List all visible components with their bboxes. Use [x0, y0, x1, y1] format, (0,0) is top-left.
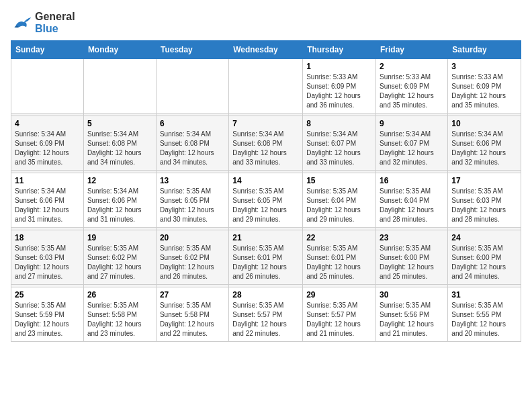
day-detail: Sunrise: 5:34 AM Sunset: 6:06 PM Dayligh…: [451, 130, 517, 167]
calendar-cell: 1Sunrise: 5:33 AM Sunset: 6:09 PM Daylig…: [303, 59, 376, 113]
day-detail: Sunrise: 5:35 AM Sunset: 5:55 PM Dayligh…: [451, 301, 517, 338]
day-detail: Sunrise: 5:35 AM Sunset: 5:56 PM Dayligh…: [380, 301, 444, 338]
calendar-cell: 28Sunrise: 5:35 AM Sunset: 5:57 PM Dayli…: [229, 287, 303, 342]
logo: General Blue: [11, 11, 75, 35]
day-number: 22: [306, 233, 372, 242]
day-number: 5: [87, 119, 152, 128]
calendar-cell: 14Sunrise: 5:35 AM Sunset: 6:05 PM Dayli…: [229, 173, 303, 228]
day-number: 15: [306, 176, 372, 185]
weekday-header-wednesday: Wednesday: [229, 41, 303, 59]
calendar-cell: 15Sunrise: 5:35 AM Sunset: 6:04 PM Dayli…: [303, 173, 376, 228]
weekday-header-sunday: Sunday: [11, 41, 84, 59]
day-number: 13: [160, 176, 225, 185]
calendar-cell: 8Sunrise: 5:34 AM Sunset: 6:07 PM Daylig…: [303, 116, 376, 171]
day-number: 19: [87, 233, 152, 242]
calendar-cell: 30Sunrise: 5:35 AM Sunset: 5:56 PM Dayli…: [376, 287, 448, 342]
day-number: 1: [306, 62, 372, 71]
weekday-header-thursday: Thursday: [303, 41, 376, 59]
calendar-week-row: 11Sunrise: 5:34 AM Sunset: 6:06 PM Dayli…: [11, 173, 521, 228]
calendar-cell: 11Sunrise: 5:34 AM Sunset: 6:06 PM Dayli…: [11, 173, 84, 228]
calendar-cell: 3Sunrise: 5:33 AM Sunset: 6:09 PM Daylig…: [448, 59, 521, 113]
calendar-week-row: 18Sunrise: 5:35 AM Sunset: 6:03 PM Dayli…: [11, 230, 521, 285]
day-detail: Sunrise: 5:35 AM Sunset: 6:00 PM Dayligh…: [451, 244, 517, 281]
calendar-cell: 9Sunrise: 5:34 AM Sunset: 6:07 PM Daylig…: [376, 116, 448, 171]
calendar-header: SundayMondayTuesdayWednesdayThursdayFrid…: [11, 41, 521, 59]
calendar-cell: 22Sunrise: 5:35 AM Sunset: 6:01 PM Dayli…: [303, 230, 376, 285]
day-number: 26: [87, 290, 152, 300]
calendar-cell: [11, 59, 84, 113]
day-number: 9: [380, 119, 444, 128]
calendar-cell: 31Sunrise: 5:35 AM Sunset: 5:55 PM Dayli…: [448, 287, 521, 342]
day-detail: Sunrise: 5:35 AM Sunset: 5:58 PM Dayligh…: [87, 301, 152, 338]
day-number: 20: [160, 233, 225, 242]
calendar-cell: 18Sunrise: 5:35 AM Sunset: 6:03 PM Dayli…: [11, 230, 84, 285]
day-detail: Sunrise: 5:35 AM Sunset: 6:01 PM Dayligh…: [232, 244, 299, 281]
day-detail: Sunrise: 5:34 AM Sunset: 6:07 PM Dayligh…: [380, 130, 444, 167]
day-detail: Sunrise: 5:35 AM Sunset: 5:58 PM Dayligh…: [160, 301, 225, 338]
calendar-cell: 6Sunrise: 5:34 AM Sunset: 6:08 PM Daylig…: [156, 116, 228, 171]
day-detail: Sunrise: 5:34 AM Sunset: 6:08 PM Dayligh…: [232, 130, 299, 167]
day-number: 12: [87, 176, 152, 185]
day-number: 8: [306, 119, 372, 128]
day-number: 25: [15, 290, 80, 300]
day-detail: Sunrise: 5:35 AM Sunset: 6:03 PM Dayligh…: [15, 244, 80, 281]
weekday-header-tuesday: Tuesday: [156, 41, 228, 59]
day-detail: Sunrise: 5:34 AM Sunset: 6:08 PM Dayligh…: [87, 130, 152, 167]
day-detail: Sunrise: 5:35 AM Sunset: 6:01 PM Dayligh…: [306, 244, 372, 281]
day-number: 6: [160, 119, 225, 128]
logo-bird-icon: [11, 13, 32, 32]
weekday-header-monday: Monday: [83, 41, 156, 59]
calendar-cell: 23Sunrise: 5:35 AM Sunset: 6:00 PM Dayli…: [376, 230, 448, 285]
day-detail: Sunrise: 5:34 AM Sunset: 6:08 PM Dayligh…: [160, 130, 225, 167]
day-detail: Sunrise: 5:35 AM Sunset: 6:05 PM Dayligh…: [160, 187, 225, 224]
day-detail: Sunrise: 5:35 AM Sunset: 6:02 PM Dayligh…: [160, 244, 225, 281]
calendar-cell: 7Sunrise: 5:34 AM Sunset: 6:08 PM Daylig…: [229, 116, 303, 171]
day-number: 10: [451, 119, 517, 128]
day-detail: Sunrise: 5:35 AM Sunset: 6:05 PM Dayligh…: [232, 187, 299, 224]
day-detail: Sunrise: 5:33 AM Sunset: 6:09 PM Dayligh…: [380, 73, 444, 110]
calendar-cell: 12Sunrise: 5:34 AM Sunset: 6:06 PM Dayli…: [83, 173, 156, 228]
day-number: 17: [451, 176, 517, 185]
calendar-cell: 2Sunrise: 5:33 AM Sunset: 6:09 PM Daylig…: [376, 59, 448, 113]
calendar-cell: 25Sunrise: 5:35 AM Sunset: 5:59 PM Dayli…: [11, 287, 84, 342]
day-detail: Sunrise: 5:33 AM Sunset: 6:09 PM Dayligh…: [306, 73, 372, 110]
day-number: 24: [451, 233, 517, 242]
calendar-cell: [83, 59, 156, 113]
calendar-cell: 5Sunrise: 5:34 AM Sunset: 6:08 PM Daylig…: [83, 116, 156, 171]
day-number: 3: [451, 62, 517, 71]
calendar-cell: 19Sunrise: 5:35 AM Sunset: 6:02 PM Dayli…: [83, 230, 156, 285]
day-number: 2: [380, 62, 444, 71]
day-number: 16: [380, 176, 444, 185]
day-number: 7: [232, 119, 299, 128]
day-detail: Sunrise: 5:34 AM Sunset: 6:06 PM Dayligh…: [87, 187, 152, 224]
day-detail: Sunrise: 5:35 AM Sunset: 5:59 PM Dayligh…: [15, 301, 80, 338]
day-detail: Sunrise: 5:34 AM Sunset: 6:09 PM Dayligh…: [15, 130, 80, 167]
weekday-header-row: SundayMondayTuesdayWednesdayThursdayFrid…: [11, 41, 521, 59]
calendar-cell: 29Sunrise: 5:35 AM Sunset: 5:57 PM Dayli…: [303, 287, 376, 342]
day-detail: Sunrise: 5:34 AM Sunset: 6:06 PM Dayligh…: [15, 187, 80, 224]
day-detail: Sunrise: 5:35 AM Sunset: 6:04 PM Dayligh…: [380, 187, 444, 224]
day-detail: Sunrise: 5:35 AM Sunset: 6:00 PM Dayligh…: [380, 244, 444, 281]
calendar-cell: 17Sunrise: 5:35 AM Sunset: 6:03 PM Dayli…: [448, 173, 521, 228]
logo-text: General Blue: [35, 11, 75, 35]
calendar-cell: 21Sunrise: 5:35 AM Sunset: 6:01 PM Dayli…: [229, 230, 303, 285]
weekday-header-friday: Friday: [376, 41, 448, 59]
day-number: 23: [380, 233, 444, 242]
weekday-header-saturday: Saturday: [448, 41, 521, 59]
day-detail: Sunrise: 5:34 AM Sunset: 6:07 PM Dayligh…: [306, 130, 372, 167]
calendar-cell: [229, 59, 303, 113]
day-detail: Sunrise: 5:35 AM Sunset: 6:03 PM Dayligh…: [451, 187, 517, 224]
calendar-week-row: 1Sunrise: 5:33 AM Sunset: 6:09 PM Daylig…: [11, 59, 521, 113]
calendar-cell: [156, 59, 228, 113]
day-number: 21: [232, 233, 299, 242]
day-detail: Sunrise: 5:35 AM Sunset: 5:57 PM Dayligh…: [306, 301, 372, 338]
day-number: 11: [15, 176, 80, 185]
day-number: 4: [15, 119, 80, 128]
calendar-cell: 20Sunrise: 5:35 AM Sunset: 6:02 PM Dayli…: [156, 230, 228, 285]
calendar-body: 1Sunrise: 5:33 AM Sunset: 6:09 PM Daylig…: [11, 59, 521, 342]
day-number: 31: [451, 290, 517, 300]
day-detail: Sunrise: 5:35 AM Sunset: 6:04 PM Dayligh…: [306, 187, 372, 224]
calendar-week-row: 4Sunrise: 5:34 AM Sunset: 6:09 PM Daylig…: [11, 116, 521, 171]
day-number: 30: [380, 290, 444, 300]
calendar-cell: 10Sunrise: 5:34 AM Sunset: 6:06 PM Dayli…: [448, 116, 521, 171]
